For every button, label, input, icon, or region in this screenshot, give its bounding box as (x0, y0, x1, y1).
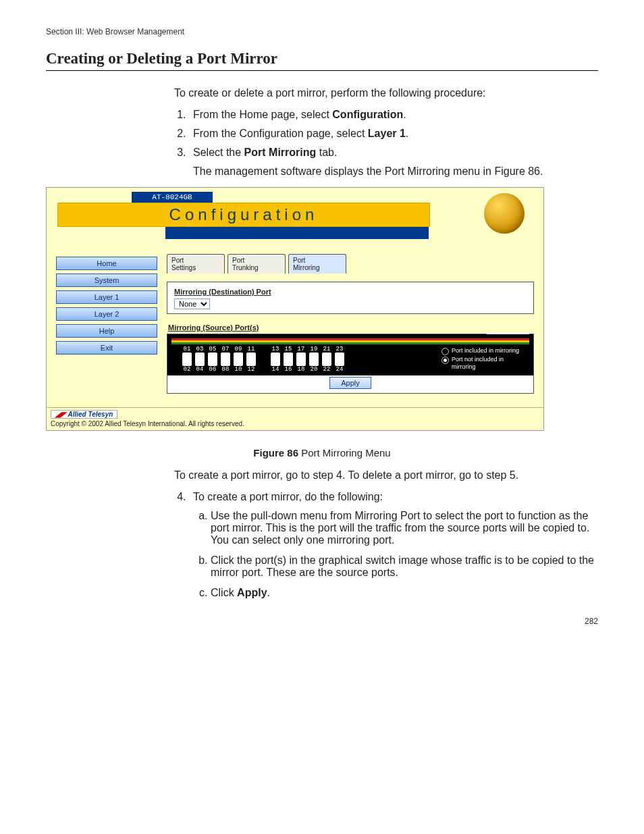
globe-icon (484, 193, 525, 234)
port-15[interactable] (284, 353, 293, 359)
port-24[interactable] (335, 359, 344, 366)
port-18[interactable] (296, 359, 306, 366)
sub-bar (165, 227, 429, 239)
page-title: Creating or Deleting a Port Mirror (46, 50, 598, 71)
stripe-green (171, 342, 529, 344)
port-14[interactable] (271, 359, 280, 366)
tab-port-mirroring[interactable]: PortMirroring (288, 254, 346, 273)
step-3-note: The management software displays the Por… (193, 165, 598, 178)
port-06[interactable] (208, 359, 217, 366)
destination-label: Mirroring (Destination) Port (174, 288, 527, 296)
config-title: Configuration (169, 205, 319, 224)
port-20[interactable] (309, 359, 319, 366)
port-07[interactable] (221, 353, 230, 359)
port-11[interactable] (246, 353, 256, 359)
figure-caption: Figure 86 Port Mirroring Menu (46, 447, 598, 459)
step-2: From the Configuration page, select Laye… (189, 128, 598, 140)
nav-system[interactable]: System (56, 273, 157, 287)
tab-port-trunking[interactable]: PortTrunking (227, 254, 286, 273)
port-12[interactable] (246, 359, 256, 366)
side-nav: Home System Layer 1 Layer 2 Help Exit (56, 254, 157, 400)
port-03[interactable] (195, 353, 205, 359)
nav-layer1[interactable]: Layer 1 (56, 290, 157, 304)
step-4c: Click Apply. (211, 587, 598, 599)
page-number: 282 (46, 617, 598, 626)
after-figure-text: To create a port mirror, go to step 4. T… (174, 469, 598, 481)
nav-home[interactable]: Home (56, 257, 157, 270)
tab-row: PortSettings PortTrunking PortMirroring (167, 254, 534, 273)
port-19[interactable] (309, 353, 319, 359)
port-09[interactable] (234, 353, 243, 359)
port-01[interactable] (182, 353, 192, 359)
destination-select[interactable]: None (174, 298, 210, 309)
step-4a: Use the pull-down menu from Mirroring Po… (211, 510, 598, 546)
frame-footer: ◢◤ Allied Telesyn Copyright © 2002 Allie… (47, 407, 543, 430)
legend-excluded: Port not included in mirroring (452, 356, 529, 371)
copyright: Copyright © 2002 Allied Telesyn Internat… (51, 420, 244, 427)
allied-telesyn-logo: ◢◤ Allied Telesyn (51, 410, 117, 419)
step-4: To create a port mirror, do the followin… (189, 491, 598, 599)
legend: Port included in mirroring Port not incl… (441, 347, 529, 371)
source-label: Mirroring (Source) Port(s) (168, 323, 534, 332)
step-4b: Click the port(s) in the graphical switc… (211, 554, 598, 579)
apply-button[interactable]: Apply (329, 377, 371, 389)
radio-excluded-icon[interactable] (441, 357, 449, 364)
step-1: From the Home page, select Configuration… (189, 109, 598, 121)
nav-layer2[interactable]: Layer 2 (56, 307, 157, 321)
nav-exit[interactable]: Exit (56, 341, 157, 355)
section-header: Section III: Web Browser Management (46, 27, 598, 36)
port-16[interactable] (284, 359, 293, 366)
port-10[interactable] (234, 359, 243, 366)
port-21[interactable] (322, 353, 331, 359)
legend-included: Port included in mirroring (452, 347, 519, 355)
port-13[interactable] (271, 353, 280, 359)
radio-included-icon[interactable] (441, 348, 449, 355)
device-chip: AT-8024GB (132, 192, 213, 203)
port-23[interactable] (335, 353, 344, 359)
port-08[interactable] (221, 359, 230, 366)
port-mirroring-screenshot: AT-8024GB Configuration Home System Laye… (46, 187, 544, 431)
port-04[interactable] (195, 359, 205, 366)
config-title-bar: Configuration (57, 203, 430, 227)
source-panel: AT-8024GB 01 03 05 07 09 11 (167, 334, 534, 394)
destination-panel: Mirroring (Destination) Port None (167, 282, 534, 314)
port-05[interactable] (208, 353, 217, 359)
switch-graphic: 01 03 05 07 09 11 13 15 17 19 21 (167, 334, 533, 375)
port-17[interactable] (296, 353, 306, 359)
step-3: Select the Port Mirroring tab. The manag… (189, 147, 598, 178)
port-22[interactable] (322, 359, 331, 366)
port-02[interactable] (182, 359, 192, 366)
nav-help[interactable]: Help (56, 324, 157, 338)
intro-text: To create or delete a port mirror, perfo… (174, 87, 598, 99)
tab-port-settings[interactable]: PortSettings (167, 254, 225, 273)
